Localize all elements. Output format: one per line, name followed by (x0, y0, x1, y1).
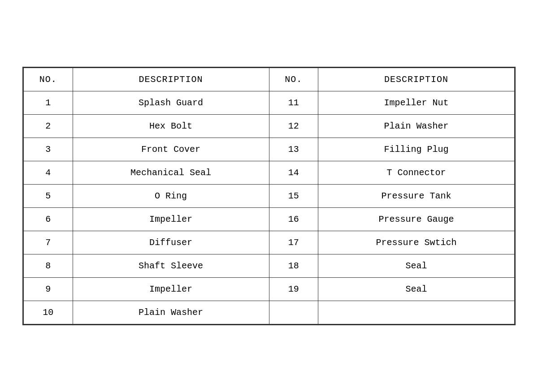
cell-no-left: 10 (24, 301, 73, 324)
cell-desc-left: Mechanical Seal (73, 161, 269, 185)
header-no-2: NO. (269, 68, 318, 91)
table-row: 5O Ring15Pressure Tank (24, 185, 515, 208)
header-desc-2: DESCRIPTION (318, 68, 515, 91)
cell-no-left: 5 (24, 185, 73, 208)
cell-no-right: 11 (269, 91, 318, 115)
cell-desc-left: Diffuser (73, 231, 269, 254)
table-row: 7Diffuser17Pressure Swtich (24, 231, 515, 254)
table-row: 10Plain Washer (24, 301, 515, 324)
cell-desc-right: Filling Plug (318, 138, 515, 161)
cell-desc-left: O Ring (73, 185, 269, 208)
cell-desc-right: Pressure Swtich (318, 231, 515, 254)
table-row: 3Front Cover13Filling Plug (24, 138, 515, 161)
cell-no-right: 17 (269, 231, 318, 254)
cell-no-left: 8 (24, 254, 73, 278)
table-row: 4Mechanical Seal14T Connector (24, 161, 515, 185)
cell-desc-right: T Connector (318, 161, 515, 185)
cell-desc-right: Seal (318, 278, 515, 301)
cell-no-left: 7 (24, 231, 73, 254)
cell-desc-right: Pressure Gauge (318, 208, 515, 231)
cell-no-right: 14 (269, 161, 318, 185)
cell-desc-left: Impeller (73, 278, 269, 301)
cell-no-right: 19 (269, 278, 318, 301)
parts-table-container: NO. DESCRIPTION NO. DESCRIPTION 1Splash … (22, 67, 516, 325)
cell-desc-right: Plain Washer (318, 115, 515, 138)
cell-desc-left: Hex Bolt (73, 115, 269, 138)
table-row: 1Splash Guard11Impeller Nut (24, 91, 515, 115)
cell-no-right: 18 (269, 254, 318, 278)
cell-no-right: 13 (269, 138, 318, 161)
table-row: 9Impeller19Seal (24, 278, 515, 301)
header-desc-1: DESCRIPTION (73, 68, 269, 91)
cell-desc-right: Impeller Nut (318, 91, 515, 115)
table-row: 2Hex Bolt12Plain Washer (24, 115, 515, 138)
header-no-1: NO. (24, 68, 73, 91)
cell-desc-left: Front Cover (73, 138, 269, 161)
cell-desc-right: Seal (318, 254, 515, 278)
cell-desc-left: Shaft Sleeve (73, 254, 269, 278)
parts-table: NO. DESCRIPTION NO. DESCRIPTION 1Splash … (23, 68, 515, 324)
cell-no-left: 6 (24, 208, 73, 231)
cell-no-left: 4 (24, 161, 73, 185)
cell-no-left: 1 (24, 91, 73, 115)
cell-no-left: 3 (24, 138, 73, 161)
cell-desc-right: Pressure Tank (318, 185, 515, 208)
table-row: 8Shaft Sleeve18Seal (24, 254, 515, 278)
cell-no-right (269, 301, 318, 324)
cell-no-right: 15 (269, 185, 318, 208)
cell-desc-left: Impeller (73, 208, 269, 231)
cell-desc-left: Plain Washer (73, 301, 269, 324)
table-row: 6Impeller16Pressure Gauge (24, 208, 515, 231)
table-header-row: NO. DESCRIPTION NO. DESCRIPTION (24, 68, 515, 91)
cell-no-right: 16 (269, 208, 318, 231)
cell-no-left: 9 (24, 278, 73, 301)
cell-desc-left: Splash Guard (73, 91, 269, 115)
cell-no-right: 12 (269, 115, 318, 138)
cell-no-left: 2 (24, 115, 73, 138)
cell-desc-right (318, 301, 515, 324)
